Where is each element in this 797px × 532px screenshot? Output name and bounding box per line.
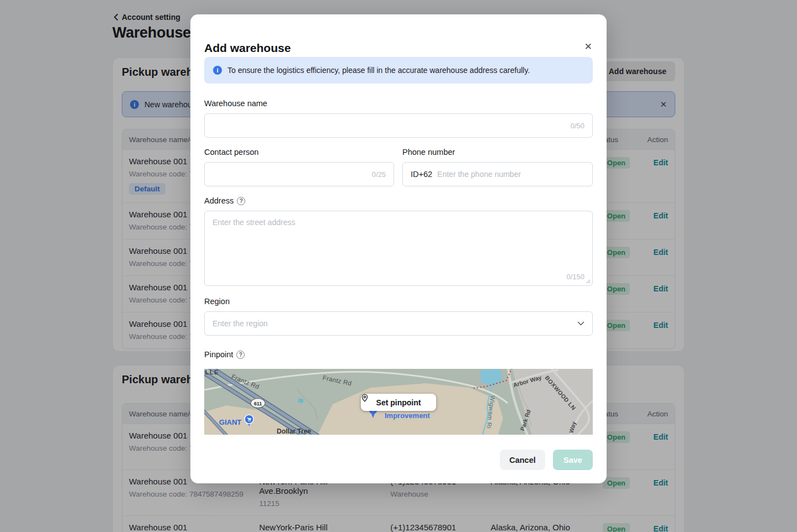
char-counter: 0/50 bbox=[571, 122, 584, 130]
resize-handle[interactable] bbox=[585, 278, 591, 284]
pinpoint-label: Pinpoint ? bbox=[204, 350, 245, 359]
char-counter: 0/150 bbox=[566, 273, 584, 281]
char-counter: 0/25 bbox=[372, 170, 386, 179]
region-select[interactable]: Enter the region bbox=[204, 311, 593, 336]
set-pinpoint-button[interactable]: Set pinpoint bbox=[361, 394, 436, 411]
town-label: ILLE bbox=[204, 369, 219, 375]
phone-number-label: Phone number bbox=[402, 148, 455, 157]
map-canvas[interactable]: 611 ILLE Frantz Rd Frantz Rd GIANT Dolla… bbox=[204, 369, 593, 435]
cancel-button[interactable]: Cancel bbox=[500, 450, 545, 470]
info-icon: i bbox=[213, 66, 222, 75]
pin-icon bbox=[361, 394, 369, 402]
notice-text: To ensure the logistics efficiency, plea… bbox=[227, 66, 530, 75]
contact-person-input[interactable]: 0/25 bbox=[204, 162, 394, 186]
region-label: Region bbox=[204, 297, 230, 306]
phone-number-input[interactable]: ID+62 Enter the phone number bbox=[402, 162, 593, 186]
phone-placeholder: Enter the phone number bbox=[437, 170, 521, 179]
add-warehouse-modal: Add warehouse ✕ i To ensure the logistic… bbox=[190, 14, 607, 483]
country-code-selector[interactable]: ID+62 bbox=[411, 170, 432, 179]
route-shield-label: 611 bbox=[254, 401, 262, 406]
address-placeholder: Enter the street address bbox=[213, 218, 295, 227]
save-button[interactable]: Save bbox=[553, 450, 593, 470]
address-label: Address ? bbox=[204, 196, 245, 205]
contact-person-label: Contact person bbox=[204, 148, 258, 157]
set-pinpoint-label: Set pinpoint bbox=[376, 398, 421, 407]
address-textarea[interactable]: Enter the street address 0/150 bbox=[204, 211, 593, 286]
notice-banner: i To ensure the logistics efficiency, pl… bbox=[204, 57, 593, 84]
chevron-down-icon bbox=[577, 321, 584, 326]
close-icon[interactable]: ✕ bbox=[584, 42, 592, 51]
store-label-dollartree: Dollar Tree bbox=[277, 427, 311, 435]
store-label-giant: GIANT bbox=[219, 418, 242, 426]
poi-label: Improvement bbox=[385, 411, 430, 420]
warehouse-name-input[interactable]: 0/50 bbox=[204, 113, 593, 138]
warehouse-name-label: Warehouse name bbox=[204, 99, 267, 108]
help-icon[interactable]: ? bbox=[237, 197, 245, 205]
modal-title: Add warehouse bbox=[204, 41, 291, 55]
region-placeholder: Enter the region bbox=[213, 319, 268, 328]
help-icon[interactable]: ? bbox=[236, 351, 245, 359]
